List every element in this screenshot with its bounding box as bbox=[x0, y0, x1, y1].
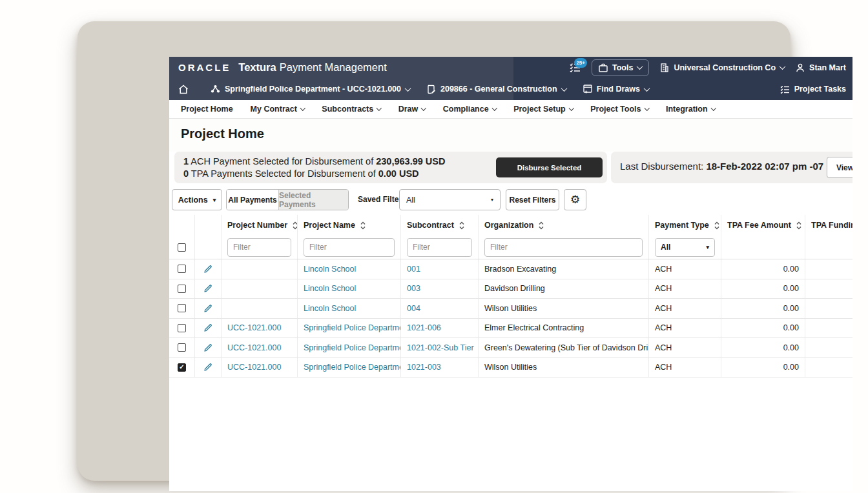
last-disbursement-value: 18-Feb-2022 02:07 pm -07 bbox=[706, 161, 823, 172]
payments-tab-group: All Payments Selected Payments bbox=[226, 189, 349, 210]
sort-icon[interactable] bbox=[714, 221, 720, 230]
actions-dropdown-button[interactable]: Actions▾ bbox=[172, 189, 222, 210]
header-row-primary: ORACLE TexturaPayment Management bbox=[169, 57, 852, 78]
project-number-link[interactable]: UCC-1021.000 bbox=[227, 323, 281, 332]
tools-label: Tools bbox=[612, 63, 633, 72]
organization-filter-input[interactable] bbox=[484, 238, 643, 257]
menu-integration[interactable]: Integration bbox=[666, 105, 715, 114]
table-toolbar: Actions▾ All Payments Selected Payments … bbox=[169, 189, 852, 212]
disburse-selected-button[interactable]: Disburse Selected bbox=[496, 157, 603, 177]
find-draws-menu[interactable]: Find Draws bbox=[583, 85, 649, 94]
home-button[interactable] bbox=[178, 85, 189, 94]
tpa-funding-filter-spacer bbox=[805, 236, 852, 259]
menu-draw[interactable]: Draw bbox=[398, 105, 426, 114]
row-checkbox[interactable] bbox=[178, 343, 186, 352]
subcontract-link[interactable]: 1021-002-Sub Tier bbox=[407, 343, 474, 352]
tpa-fee-cell: 0.00 bbox=[783, 284, 799, 293]
row-checkbox[interactable] bbox=[178, 304, 186, 312]
company-label: Universal Construction Co bbox=[674, 63, 776, 72]
caret-down-icon: ▾ bbox=[491, 197, 493, 203]
project-name-filter-input[interactable] bbox=[304, 238, 395, 257]
column-project-name[interactable]: Project Name bbox=[298, 215, 401, 236]
subcontract-link[interactable]: 004 bbox=[407, 304, 420, 313]
menu-project-tools[interactable]: Project Tools bbox=[590, 105, 648, 114]
tpa-amount: 0.00 USD bbox=[378, 168, 419, 179]
row-checkbox[interactable] bbox=[178, 363, 186, 372]
sort-icon[interactable] bbox=[459, 221, 465, 230]
payment-type-cell: ACH bbox=[655, 323, 672, 332]
project-name-link[interactable]: Springfield Police Department bbox=[304, 323, 401, 332]
user-menu[interactable]: Stan Mart bbox=[796, 63, 846, 72]
table-row: UCC-1021.000 Springfield Police Departme… bbox=[169, 358, 852, 378]
subcontract-link[interactable]: 003 bbox=[407, 284, 420, 293]
sort-icon[interactable] bbox=[796, 221, 802, 230]
menu-subcontracts[interactable]: Subcontracts bbox=[322, 105, 380, 114]
project-selector[interactable]: Springfield Police Department - UCC-1021… bbox=[211, 85, 410, 94]
sort-icon[interactable] bbox=[538, 221, 544, 230]
subcontract-link[interactable]: 1021-006 bbox=[407, 323, 441, 332]
saved-filters-value: All bbox=[406, 196, 415, 205]
table-settings-button[interactable]: ⚙ bbox=[564, 189, 586, 210]
row-checkbox[interactable] bbox=[178, 324, 186, 332]
column-tpa-funding[interactable]: TPA Funding bbox=[805, 215, 852, 236]
subcontract-link[interactable]: 1021-003 bbox=[407, 363, 441, 372]
edit-icon[interactable] bbox=[203, 304, 212, 313]
project-number-link[interactable]: UCC-1021.000 bbox=[227, 343, 281, 352]
tab-selected-payments[interactable]: Selected Payments bbox=[278, 190, 348, 210]
contract-selector[interactable]: 209866 - General Construction bbox=[427, 85, 566, 94]
tab-all-payments[interactable]: All Payments bbox=[227, 190, 278, 210]
last-disbursement-label: Last Disbursement: bbox=[620, 161, 706, 172]
payment-type-filter-select[interactable]: All▾ bbox=[655, 238, 715, 257]
column-subcontract[interactable]: Subcontract bbox=[401, 215, 479, 236]
filter-edit-spacer bbox=[195, 236, 222, 259]
header-edit-spacer bbox=[195, 215, 222, 236]
project-number-link[interactable]: UCC-1021.000 bbox=[227, 363, 281, 372]
edit-icon[interactable] bbox=[203, 343, 212, 352]
menu-my-contract[interactable]: My Contract bbox=[251, 105, 305, 114]
sort-icon[interactable] bbox=[360, 221, 366, 230]
product-name-bold: Textura bbox=[238, 61, 276, 73]
edit-icon[interactable] bbox=[203, 265, 212, 274]
menu-project-home[interactable]: Project Home bbox=[181, 105, 233, 114]
column-payment-type[interactable]: Payment Type bbox=[649, 215, 721, 236]
edit-icon[interactable] bbox=[203, 284, 212, 293]
row-checkbox[interactable] bbox=[178, 285, 186, 293]
company-switcher[interactable]: Universal Construction Co bbox=[660, 63, 785, 72]
column-tpa-fee-amount[interactable]: TPA Fee Amount bbox=[721, 215, 805, 236]
column-organization[interactable]: Organization bbox=[479, 215, 649, 236]
project-tasks-button[interactable]: Project Tasks bbox=[780, 85, 846, 94]
reset-filters-button[interactable]: Reset Filters bbox=[506, 189, 559, 210]
project-name-link[interactable]: Lincoln School bbox=[304, 304, 356, 313]
header-row-secondary: Springfield Police Department - UCC-1021… bbox=[169, 78, 852, 100]
project-name-link[interactable]: Lincoln School bbox=[304, 265, 356, 274]
project-name-link[interactable]: Lincoln School bbox=[304, 284, 356, 293]
find-draws-icon bbox=[583, 85, 592, 94]
caret-down-icon: ▾ bbox=[213, 197, 216, 203]
view-payments-button[interactable]: View Pa bbox=[827, 157, 852, 178]
tpa-funding-cell bbox=[805, 338, 852, 357]
project-name-link[interactable]: Springfield Police Department bbox=[304, 343, 401, 352]
chevron-down-icon bbox=[569, 106, 574, 111]
subcontract-link[interactable]: 001 bbox=[407, 265, 420, 274]
edit-icon[interactable] bbox=[203, 363, 212, 372]
subcontract-filter-input[interactable] bbox=[407, 238, 472, 257]
project-number-filter-input[interactable] bbox=[227, 238, 291, 257]
organization-cell: Bradson Excavating bbox=[484, 265, 556, 274]
tpa-funding-cell bbox=[805, 259, 852, 279]
organization-cell: Green's Dewatering (Sub Tier of Davidson… bbox=[484, 343, 649, 352]
edit-icon[interactable] bbox=[203, 323, 212, 332]
organization-cell: Elmer Electrical Contracting bbox=[484, 323, 584, 332]
saved-filters-select[interactable]: All▾ bbox=[399, 189, 501, 210]
caret-down-icon: ▾ bbox=[706, 244, 709, 250]
project-name-link[interactable]: Springfield Police Department bbox=[304, 363, 401, 372]
column-project-number[interactable]: Project Number bbox=[222, 215, 298, 236]
select-all-checkbox[interactable] bbox=[178, 243, 186, 252]
menu-compliance[interactable]: Compliance bbox=[443, 105, 496, 114]
notifications-tasks-button[interactable]: 25+ bbox=[570, 63, 581, 72]
menu-label: Compliance bbox=[443, 105, 489, 114]
sort-icon[interactable] bbox=[292, 221, 298, 230]
row-checkbox[interactable] bbox=[178, 265, 186, 273]
menu-project-setup[interactable]: Project Setup bbox=[513, 105, 573, 114]
top-header: ORACLE TexturaPayment Management bbox=[169, 57, 852, 100]
tools-menu-button[interactable]: Tools bbox=[592, 59, 649, 76]
